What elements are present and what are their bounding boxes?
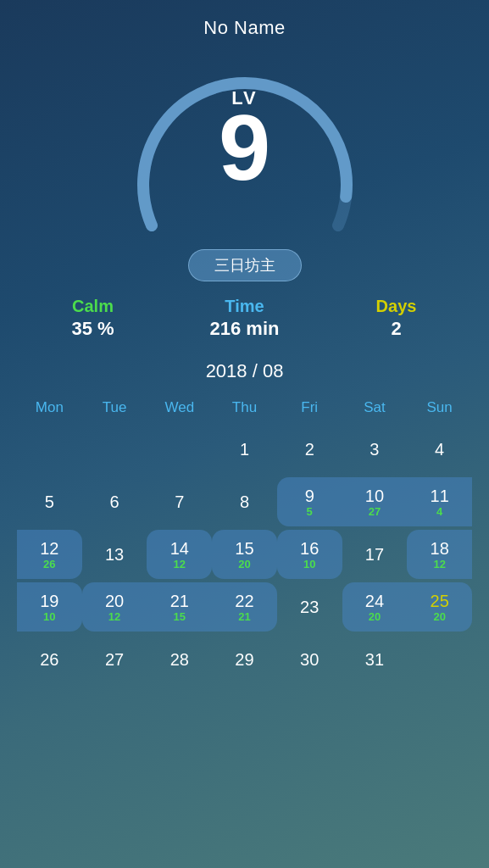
gauge-container: LV 9 [126,56,364,242]
calendar-day-cell: 2115 [147,582,212,632]
days-value: 2 [391,318,401,340]
calendar-day-cell: 5 [17,477,82,526]
gauge-section: LV 9 三日坊主 [0,47,489,281]
cal-minutes: 21 [238,611,250,623]
cal-date: 1 [240,439,249,459]
calendar-day-cell: 28 [147,635,212,684]
cal-date: 5 [45,492,54,512]
cal-date: 27 [105,649,124,670]
calendar-body: 1234567895102711412261314121520161017181… [17,425,472,737]
cal-date: 30 [300,649,319,670]
time-label: Time [225,297,264,316]
calendar-day-cell: 30 [277,635,342,684]
cal-minutes: 27 [369,506,381,518]
calendar-day-cell [147,425,212,474]
cal-minutes: 12 [433,559,445,570]
cal-date: 19 [40,591,58,611]
calendar-day-cell: 8 [212,477,277,526]
calendar-day-cell: 114 [407,477,472,526]
calendar-day-cell: 4 [407,425,472,474]
cal-date: 31 [365,649,384,670]
cal-date: 28 [170,649,189,670]
calendar-day-cell: 2420 [342,582,408,632]
cal-date: 7 [175,492,184,512]
calendar-month: 2018 / 08 [17,360,472,382]
cal-date: 16 [300,538,319,559]
calendar-day-cell [82,425,147,474]
cal-date: 8 [240,492,249,512]
calendar-day-cell: 1226 [17,530,82,579]
rank-badge: 三日坊主 [188,249,302,281]
cal-date: 6 [110,492,119,512]
calendar-section: 2018 / 08 MonTueWedThuFriSatSun 12345678… [0,348,489,754]
cal-minutes: 10 [303,559,315,570]
calendar-day-cell: 95 [277,477,342,526]
lv-number: 9 [219,101,270,194]
calendar-header: MonTueWedThuFriSatSun [17,396,472,420]
calendar-day-cell: 1610 [277,530,342,579]
calendar-day-cell: 2 [277,425,342,474]
app-container: No Name LV 9 三日坊主 Calm 35 % Time 216 min [0,0,489,754]
cal-minutes: 20 [433,611,445,623]
stat-time: Time 216 min [169,297,320,340]
stat-days: Days 2 [320,297,472,340]
cal-minutes: 12 [108,611,120,623]
cal-date: 22 [235,591,253,611]
cal-date: 23 [300,597,319,617]
calendar-day-cell: 1027 [342,477,408,526]
cal-minutes: 5 [307,506,313,518]
cal-date: 25 [431,591,449,611]
calendar-header-cell: Wed [147,396,212,420]
cal-date: 4 [435,439,444,459]
cal-date: 11 [431,486,449,506]
calendar-day-cell: 7 [147,477,212,526]
time-value: 216 min [210,318,280,340]
cal-minutes: 15 [174,611,186,623]
cal-date: 14 [170,538,189,559]
calendar-day-cell: 1910 [17,582,82,632]
calendar-header-cell: Mon [17,396,82,420]
calendar-day-cell [17,425,82,474]
calendar-day-cell [407,635,472,684]
calendar-header-cell: Tue [82,396,147,420]
calendar-day-cell: 2221 [212,582,277,632]
calendar-day-cell: 26 [17,635,82,684]
cal-date: 10 [365,486,384,506]
cal-minutes: 26 [43,559,55,570]
cal-date: 17 [365,544,384,565]
cal-date: 18 [431,538,449,559]
calendar-day-cell: 31 [342,635,408,684]
calm-label: Calm [72,297,114,316]
calendar-day-cell: 1812 [407,530,472,579]
calendar-day-cell: 13 [82,530,147,579]
gauge-inner: LV 9 [126,56,364,242]
calendar-day-cell: 1 [212,425,277,474]
calendar-header-cell: Sun [407,396,472,420]
calendar-day-cell: 2012 [82,582,147,632]
cal-date: 29 [235,649,253,670]
days-label: Days [376,297,417,316]
calendar-header-cell: Thu [212,396,277,420]
cal-date: 3 [370,439,379,459]
cal-date: 12 [40,538,58,559]
calendar-day-cell: 29 [212,635,277,684]
calendar-day-cell: 2520 [407,582,472,632]
cal-minutes: 20 [369,611,381,623]
calendar-day-cell: 1412 [147,530,212,579]
calendar-header-cell: Fri [277,396,342,420]
calendar-day-cell: 27 [82,635,147,684]
calendar-day-cell: 17 [342,530,408,579]
cal-date: 20 [105,591,124,611]
app-title: No Name [0,0,489,47]
cal-date: 2 [305,439,314,459]
stats-row: Calm 35 % Time 216 min Days 2 [0,281,489,348]
cal-minutes: 20 [238,559,250,570]
calm-value: 35 % [71,318,114,340]
cal-minutes: 10 [43,611,55,623]
cal-minutes: 12 [174,559,186,570]
cal-date: 13 [105,544,124,565]
calendar-grid: MonTueWedThuFriSatSun 123456789510271141… [17,396,472,737]
cal-minutes: 4 [436,506,442,518]
stat-calm: Calm 35 % [17,297,169,340]
calendar-header-cell: Sat [342,396,408,420]
